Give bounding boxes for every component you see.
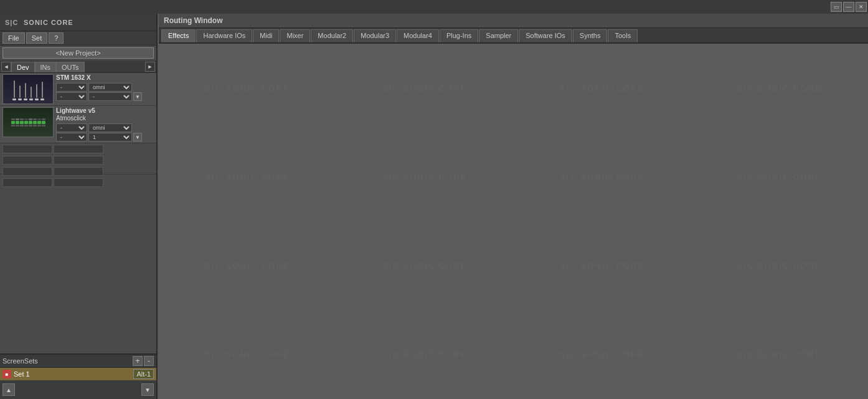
device-name-stm: STM 1632 X (56, 74, 154, 81)
screensets-collapse-btn[interactable]: ▲ (2, 383, 15, 396)
device-thumbnail-synth (2, 107, 54, 137)
watermark-14: S|C SONIC CORE (336, 310, 514, 400)
tab-midi[interactable]: Midi (253, 29, 279, 42)
empty-field-6 (54, 167, 103, 176)
watermark-10: S|C SONIC CORE (336, 221, 514, 310)
watermark-3: S|C SONIC CORE (514, 44, 691, 133)
watermark-4: S|C SONIC CORE (691, 44, 868, 133)
device-info-lightwave: Lightwave v5 Atmosclick - omni - 1 ▼ (56, 107, 154, 142)
watermark-16: S|C SONIC CORE (691, 310, 868, 400)
tab-software-ios[interactable]: Software IOs (519, 29, 572, 42)
screensets-expand-btn[interactable]: ▼ (141, 383, 154, 396)
screensets-remove-btn[interactable]: - (144, 356, 154, 366)
left-panel: S|C SONIC CORE File Set ? <New Project> … (0, 14, 158, 399)
watermark-9: S|C SONIC CORE (159, 221, 336, 310)
right-panel: Routing Window Effects Hardware IOs Midi… (159, 14, 868, 399)
device-stm1632x: STM 1632 X - omni - - ▼ (0, 73, 156, 106)
project-name: <New Project> (2, 47, 154, 59)
set-menu[interactable]: Set (26, 32, 48, 44)
device-dropdown-lw-left2[interactable]: - (56, 133, 87, 142)
tab-dev[interactable]: Dev (11, 62, 35, 72)
watermark-1: S|C SONIC CORE (159, 44, 336, 133)
app-logo: S|C SONIC CORE (5, 17, 73, 27)
watermark-7: S|C SONIC CORE (514, 133, 691, 222)
device-dropdown-stm-left2[interactable]: - (56, 92, 87, 101)
tab-mixer[interactable]: Mixer (280, 29, 310, 42)
empty-field-4 (54, 156, 103, 165)
screensets-title: ScreenSets (2, 357, 131, 365)
watermark-grid: S|C SONIC CORE S|C SONIC CORE S|C SONIC … (159, 44, 868, 399)
screensets-header: ScreenSets + - (0, 355, 156, 368)
minimize-button[interactable]: — (843, 2, 854, 12)
help-menu[interactable]: ? (49, 32, 64, 44)
watermark-6: S|C SONIC CORE (336, 133, 514, 222)
watermark-5: S|C SONIC CORE (159, 133, 336, 222)
watermark-15: S|C SONIC CORE (514, 310, 691, 400)
tab-effects[interactable]: Effects (161, 29, 196, 42)
empty-field-2 (54, 145, 103, 153)
nav-right-arrow[interactable]: ► (145, 62, 155, 72)
routing-content: S|C SONIC CORE S|C SONIC CORE S|C SONIC … (159, 44, 868, 399)
watermark-2: S|C SONIC CORE (336, 44, 514, 133)
tab-tools[interactable]: Tools (608, 29, 638, 42)
device-empty-slot (0, 143, 156, 175)
device-lightwave: Lightwave v5 Atmosclick - omni - 1 ▼ (0, 106, 156, 143)
close-button[interactable]: ✕ (856, 2, 867, 12)
tab-modular3[interactable]: Modular3 (354, 29, 396, 42)
device-thumbnail-mixer (2, 74, 54, 104)
tab-outs[interactable]: OUTs (56, 62, 85, 72)
menu-bar: File Set ? (0, 31, 156, 46)
tab-synths[interactable]: Synths (573, 29, 608, 42)
empty-field-3 (2, 156, 52, 165)
screensets-footer: ▲ ▼ (0, 380, 156, 399)
empty-field-1 (2, 145, 52, 153)
screenset-item[interactable]: ■ Set 1 Alt-1 (0, 368, 156, 380)
device-dropdown-stm-right2[interactable]: - (88, 92, 132, 101)
screenset-icon: ■ (2, 370, 11, 378)
screenset-key: Alt-1 (133, 369, 154, 379)
device-expand-lw[interactable]: ▼ (133, 133, 142, 142)
device-dropdown-lw-right2[interactable]: 1 (88, 133, 132, 142)
routing-tabs: Effects Hardware IOs Midi Mixer Modular2… (159, 28, 868, 44)
device-name-lightwave: Lightwave v5 (56, 107, 154, 114)
devices-list: STM 1632 X - omni - - ▼ (0, 73, 156, 353)
device-dropdown-stm-right1[interactable]: omni (88, 83, 132, 92)
tab-modular4[interactable]: Modular4 (397, 29, 439, 42)
device-expand-stm[interactable]: ▼ (133, 92, 142, 101)
tab-modular2[interactable]: Modular2 (311, 29, 353, 42)
watermark-13: S|C SONIC CORE (159, 310, 336, 400)
restore-button[interactable]: ▭ (831, 2, 842, 12)
screensets-panel: ScreenSets + - ■ Set 1 Alt-1 ▲ ▼ (0, 353, 156, 399)
screenset-name: Set 1 (14, 370, 131, 378)
title-bar: ▭ — ✕ (0, 0, 868, 14)
device-dropdown-stm-left1[interactable]: - (56, 83, 87, 92)
empty-field-7 (2, 178, 52, 187)
screensets-add-btn[interactable]: + (133, 356, 143, 366)
watermark-12: S|C SONIC CORE (691, 221, 868, 310)
watermark-11: S|C SONIC CORE (514, 221, 691, 310)
device-dropdown-lw-right1[interactable]: omni (88, 123, 132, 132)
device-subname-lightwave: Atmosclick (56, 115, 154, 122)
app-header: S|C SONIC CORE (0, 14, 156, 31)
tab-hardware-ios[interactable]: Hardware IOs (196, 29, 252, 42)
empty-field-8 (54, 178, 103, 187)
file-menu[interactable]: File (2, 32, 25, 44)
tab-plug-ins[interactable]: Plug-Ins (440, 29, 478, 42)
tab-ins[interactable]: INs (35, 62, 57, 72)
device-tab-bar: ◄ Dev INs OUTs ► (0, 60, 156, 73)
device-dropdown-lw-left1[interactable]: - (56, 123, 87, 132)
device-info-stm: STM 1632 X - omni - - ▼ (56, 74, 154, 104)
watermark-8: S|C SONIC CORE (691, 133, 868, 222)
empty-field-5 (2, 167, 52, 176)
routing-window-title: Routing Window (159, 14, 868, 28)
tab-sampler[interactable]: Sampler (479, 29, 518, 42)
nav-left-arrow[interactable]: ◄ (1, 62, 11, 72)
